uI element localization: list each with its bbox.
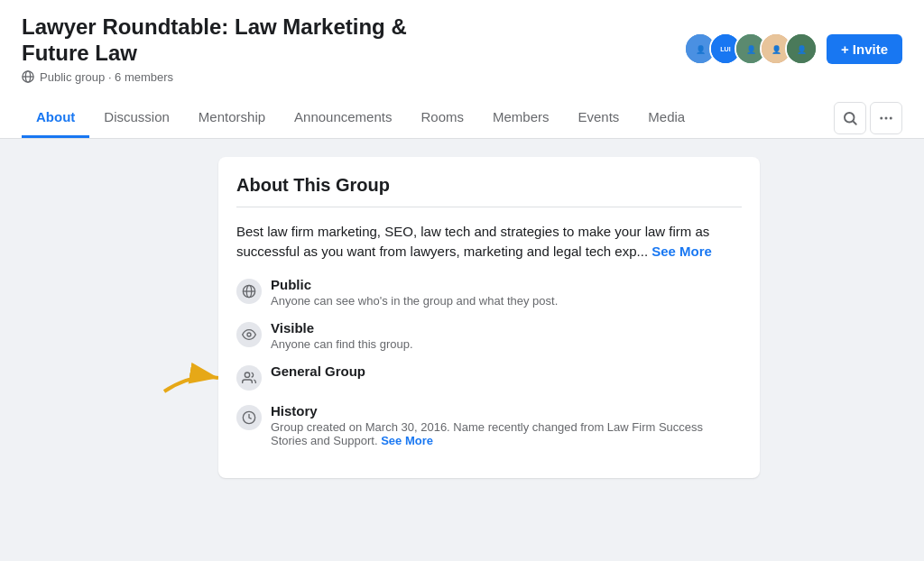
card-wrapper: About This Group Best law firm marketing… bbox=[218, 157, 706, 478]
header-section: Lawyer Roundtable: Law Marketing & Futur… bbox=[0, 0, 924, 139]
tab-announcements[interactable]: Announcements bbox=[280, 98, 406, 138]
group-meta-text: Public group · 6 members bbox=[40, 70, 173, 84]
visible-info-row: Visible Anyone can find this group. bbox=[236, 320, 742, 351]
public-title: Public bbox=[271, 277, 742, 292]
tab-about[interactable]: About bbox=[22, 98, 89, 138]
member-avatars: 👤 LUI 👤 👤 👤 bbox=[684, 32, 818, 65]
history-content: History Group created on March 30, 2016.… bbox=[271, 403, 742, 447]
svg-point-17 bbox=[890, 116, 892, 119]
invite-button[interactable]: + Invite bbox=[827, 34, 902, 64]
svg-point-23 bbox=[247, 333, 251, 336]
page-wrapper: Lawyer Roundtable: Law Marketing & Futur… bbox=[0, 0, 924, 561]
group-info: Lawyer Roundtable: Law Marketing & Futur… bbox=[22, 14, 437, 84]
header-top: Lawyer Roundtable: Law Marketing & Futur… bbox=[22, 14, 902, 95]
arrow-right-annotation bbox=[155, 355, 227, 400]
svg-text:👤: 👤 bbox=[796, 44, 807, 55]
tab-rooms[interactable]: Rooms bbox=[406, 98, 478, 138]
globe-icon bbox=[22, 70, 34, 83]
general-group-icon bbox=[236, 365, 262, 391]
tab-media[interactable]: Media bbox=[633, 98, 699, 138]
group-description: Best law firm marketing, SEO, law tech a… bbox=[236, 222, 742, 262]
description-see-more[interactable]: See More bbox=[651, 244, 712, 259]
history-icon bbox=[236, 405, 262, 430]
general-group-title: General Group bbox=[271, 363, 742, 379]
svg-point-16 bbox=[885, 116, 888, 119]
about-card: About This Group Best law firm marketing… bbox=[218, 157, 760, 478]
svg-point-15 bbox=[880, 116, 882, 119]
history-subtitle: Group created on March 30, 2016. Name re… bbox=[271, 420, 742, 447]
general-group-row: General Group bbox=[236, 363, 742, 391]
public-info-row: Public Anyone can see who's in the group… bbox=[236, 277, 742, 308]
tab-members[interactable]: Members bbox=[478, 98, 564, 138]
group-title: Lawyer Roundtable: Law Marketing & Futur… bbox=[22, 14, 437, 67]
history-see-more[interactable]: See More bbox=[381, 434, 433, 447]
general-group-content: General Group bbox=[271, 363, 742, 379]
svg-text:👤: 👤 bbox=[695, 44, 706, 55]
visible-icon bbox=[236, 322, 262, 347]
tab-discussion[interactable]: Discussion bbox=[89, 98, 184, 138]
more-options-button[interactable] bbox=[870, 102, 902, 134]
visible-info-content: Visible Anyone can find this group. bbox=[271, 320, 742, 351]
svg-line-14 bbox=[853, 121, 855, 124]
tab-mentorship[interactable]: Mentorship bbox=[184, 98, 280, 138]
search-icon bbox=[842, 110, 858, 126]
svg-point-24 bbox=[245, 372, 249, 377]
content-area: About This Group Best law firm marketing… bbox=[0, 139, 924, 496]
svg-text:👤: 👤 bbox=[745, 44, 756, 55]
tab-events[interactable]: Events bbox=[564, 98, 634, 138]
visible-subtitle: Anyone can find this group. bbox=[271, 337, 742, 351]
public-subtitle: Anyone can see who's in the group and wh… bbox=[271, 294, 742, 308]
svg-text:👤: 👤 bbox=[771, 44, 781, 55]
more-icon bbox=[878, 110, 894, 126]
about-card-title: About This Group bbox=[236, 175, 742, 196]
history-title: History bbox=[271, 403, 742, 418]
avatar: 👤 bbox=[785, 32, 818, 65]
public-info-content: Public Anyone can see who's in the group… bbox=[271, 277, 742, 308]
svg-text:LUI: LUI bbox=[720, 47, 730, 54]
nav-actions bbox=[834, 102, 902, 134]
search-button[interactable] bbox=[834, 102, 866, 134]
history-row: History Group created on March 30, 2016.… bbox=[236, 403, 742, 447]
group-meta: Public group · 6 members bbox=[22, 70, 437, 84]
visible-title: Visible bbox=[271, 320, 742, 336]
header-right: 👤 LUI 👤 👤 👤 + Invite bbox=[684, 32, 902, 65]
divider bbox=[236, 207, 742, 207]
public-icon bbox=[236, 279, 262, 304]
nav-tabs: About Discussion Mentorship Announcement… bbox=[22, 95, 902, 138]
